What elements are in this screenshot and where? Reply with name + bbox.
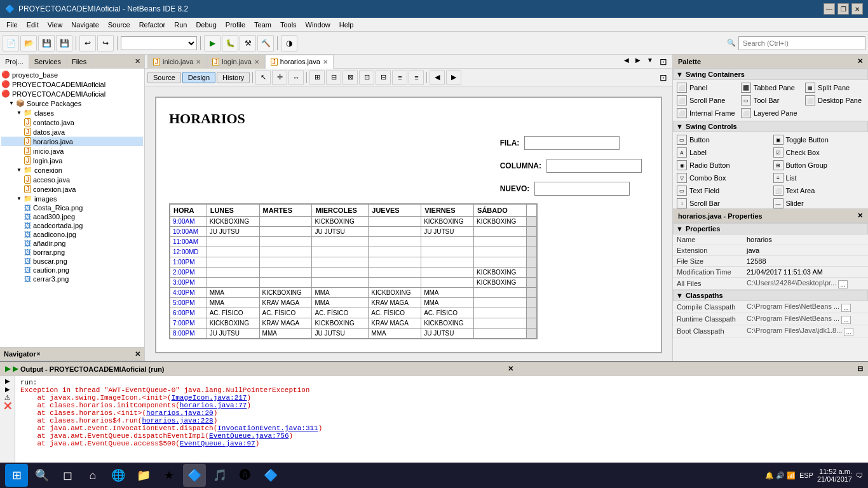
tree-images[interactable]: ▼ 📁 images — [1, 194, 143, 203]
menu-tools[interactable]: Tools — [276, 20, 301, 30]
notification-area[interactable]: 🗨 — [856, 471, 863, 479]
source-tab-button[interactable]: Source — [147, 72, 181, 83]
menu-run[interactable]: Run — [170, 20, 191, 30]
palette-scroll-bar[interactable]: ↕ Scroll Bar — [674, 197, 771, 208]
tree-costarica[interactable]: 🖼 Costa_Rica.png — [1, 203, 143, 212]
close-tab-horarios[interactable]: ✕ — [323, 58, 328, 65]
tree-conexion-java[interactable]: J conexion.java — [1, 184, 143, 194]
title-bar-controls[interactable]: — ❐ ✕ — [824, 3, 863, 15]
build-button[interactable]: ⚒ — [240, 35, 256, 51]
debug-button[interactable]: 🐛 — [222, 35, 238, 51]
tab-nav-dropdown[interactable]: ▼ — [644, 55, 656, 68]
palette-toggle-button[interactable]: ▣ Toggle Button — [771, 133, 867, 146]
menu-help[interactable]: Help — [336, 20, 358, 30]
link-horarios-77[interactable]: horarios.java:77 — [180, 402, 247, 409]
align-right-button[interactable]: ⊠ — [342, 71, 358, 85]
save-all-button[interactable]: 💾 — [56, 35, 72, 51]
close-tab-inicio[interactable]: ✕ — [196, 58, 201, 65]
prev-nav-button[interactable]: ◀ — [430, 71, 445, 85]
task-view-button[interactable]: ◻ — [56, 464, 79, 487]
menu-window[interactable]: Window — [302, 20, 334, 30]
align-left-button[interactable]: ⊞ — [309, 71, 325, 85]
align-bottom-button[interactable]: ⊟ — [376, 71, 391, 85]
menu-source[interactable]: Source — [104, 20, 134, 30]
tree-acadcortada[interactable]: 🖼 acadcortada.jpg — [1, 221, 143, 230]
tree-proyectoacademiaoficial[interactable]: 🔴 PROYECTOACADEMIAoficial — [1, 89, 143, 98]
tree-contacto[interactable]: J contacto.java — [1, 118, 143, 127]
select-tool-button[interactable]: ↖ — [255, 71, 271, 85]
palette-scroll-pane[interactable]: ⬜ Scroll Pane — [674, 94, 738, 107]
tab-services[interactable]: Services — [29, 55, 67, 69]
tree-buscar[interactable]: 🖼 buscar.png — [1, 257, 143, 266]
clean-build-button[interactable]: 🔨 — [257, 35, 274, 51]
tab-horarios-java[interactable]: J horarios.java ✕ — [265, 55, 334, 69]
menu-profile[interactable]: Profile — [222, 20, 249, 30]
tree-login[interactable]: J login.java — [1, 156, 143, 165]
palette-tabbed-pane[interactable]: ⬛ Tabbed Pane — [738, 81, 803, 94]
tab-login-java[interactable]: J login.java ✕ — [207, 55, 264, 69]
left-panel-close[interactable]: ✕ — [131, 56, 144, 67]
app-button-2[interactable]: 🔷 — [259, 464, 282, 487]
boot-browse-button[interactable]: ... — [844, 328, 853, 336]
edge-button[interactable]: 🌐 — [107, 464, 130, 487]
swing-containers-section[interactable]: ▼ Swing Containers — [673, 69, 868, 80]
next-nav-button[interactable]: ▶ — [446, 71, 461, 85]
move-button[interactable]: ✛ — [272, 71, 287, 85]
profile-button[interactable]: ◑ — [281, 35, 297, 51]
palette-internal-frame[interactable]: ⬜ Internal Frame — [674, 107, 738, 119]
palette-text-field[interactable]: ▭ Text Field — [674, 184, 771, 197]
app-button-1[interactable]: 🅐 — [234, 464, 257, 487]
tree-clases[interactable]: ▼ 📁 clases — [1, 108, 143, 118]
palette-close-button[interactable]: ✕ — [857, 57, 863, 65]
allfiles-browse-button[interactable]: ... — [838, 280, 847, 288]
netbeans-button[interactable]: 🔷 — [183, 464, 206, 487]
history-tab-button[interactable]: History — [217, 72, 250, 83]
menu-file[interactable]: File — [3, 20, 22, 30]
explorer-button[interactable]: 📁 — [132, 464, 155, 487]
tab-nav-right[interactable]: ▶ — [633, 55, 643, 68]
expand-icon-conexion[interactable]: ▼ — [17, 167, 22, 173]
compile-browse-button[interactable]: ... — [841, 304, 850, 312]
design-expand-button[interactable]: ⊡ — [657, 71, 670, 84]
navigator-expand[interactable]: ✕ — [36, 351, 41, 357]
undo-button[interactable]: ↩ — [79, 35, 96, 51]
navigator-close[interactable]: ✕ — [135, 350, 140, 358]
palette-toolbar[interactable]: ▭ Tool Bar — [738, 94, 803, 107]
expand-icon[interactable]: ▼ — [9, 100, 14, 106]
resize-button[interactable]: ↔ — [288, 71, 304, 85]
palette-combo-box[interactable]: ▽ Combo Box — [674, 172, 771, 184]
start-button[interactable]: ⊞ — [5, 464, 28, 487]
tree-proyecto-base[interactable]: 🔴 proyecto_base — [1, 70, 143, 79]
tree-acadicono[interactable]: 🖼 acadicono.jpg — [1, 230, 143, 239]
open-project-button[interactable]: 📂 — [20, 35, 37, 51]
menu-navigate[interactable]: Navigate — [67, 20, 102, 30]
runtime-browse-button[interactable]: ... — [841, 316, 850, 324]
tree-conexion-pkg[interactable]: ▼ 📁 conexion — [1, 165, 143, 175]
palette-button-group[interactable]: ⊞ Button Group — [771, 159, 867, 172]
side-run-icon[interactable]: ▶ — [5, 377, 10, 384]
tab-inicio-java[interactable]: J inicio.java ✕ — [147, 55, 207, 69]
store-button[interactable]: ★ — [158, 464, 180, 487]
expand-icon-clases[interactable]: ▼ — [17, 110, 22, 116]
align-center-button[interactable]: ⊟ — [326, 71, 341, 85]
distribute-v-button[interactable]: ≡ — [409, 71, 424, 85]
palette-text-area[interactable]: ⬜ Text Area — [771, 184, 867, 197]
maximize-button[interactable]: ❐ — [837, 3, 849, 15]
design-tab-button[interactable]: Design — [182, 72, 215, 83]
menu-debug[interactable]: Debug — [192, 20, 220, 30]
search-button[interactable]: 🔍 — [31, 464, 53, 487]
close-tab-login[interactable]: ✕ — [254, 58, 259, 65]
properties-close-button[interactable]: ✕ — [857, 212, 863, 220]
redo-button[interactable]: ↪ — [97, 35, 114, 51]
tree-cerrar3[interactable]: 🖼 cerrar3.png — [1, 274, 143, 283]
tab-nav-left[interactable]: ◀ — [621, 55, 632, 68]
link-eventqueue-756[interactable]: EventQueue.java:756 — [209, 432, 288, 440]
link-horarios-20[interactable]: horarios.java:20 — [146, 409, 214, 417]
palette-radio-button[interactable]: ◉ Radio Button — [674, 159, 771, 172]
palette-panel[interactable]: ⬜ Panel — [674, 81, 738, 94]
menu-team[interactable]: Team — [250, 20, 275, 30]
menu-refactor[interactable]: Refactor — [135, 20, 170, 30]
output-minimize-button[interactable]: ⊟ — [857, 365, 863, 373]
columna-input[interactable] — [546, 159, 642, 173]
tree-acceso[interactable]: J acceso.java — [1, 175, 143, 184]
